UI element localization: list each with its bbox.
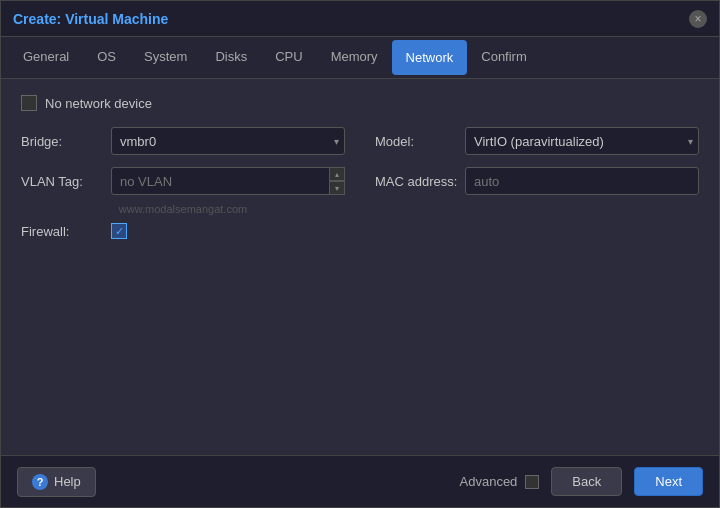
no-network-label: No network device [45, 96, 152, 111]
tab-confirm[interactable]: Confirm [467, 39, 541, 76]
mac-row: MAC address: [375, 167, 699, 195]
vlan-spinner-buttons: ▴ ▾ [329, 167, 345, 195]
vlan-decrement-button[interactable]: ▾ [329, 181, 345, 195]
tab-memory[interactable]: Memory [317, 39, 392, 76]
create-vm-window: Create: Virtual Machine × General OS Sys… [0, 0, 720, 508]
tab-network[interactable]: Network [392, 40, 468, 75]
window-title: Create: Virtual Machine [13, 11, 168, 27]
firewall-checkbox[interactable]: ✓ [111, 223, 127, 239]
advanced-row: Advanced [460, 474, 540, 489]
next-button[interactable]: Next [634, 467, 703, 496]
footer: ? Help Advanced Back Next [1, 455, 719, 507]
tab-system[interactable]: System [130, 39, 201, 76]
watermark: www.modalsemangat.com [21, 203, 345, 215]
bridge-label: Bridge: [21, 134, 111, 149]
bridge-select-wrapper: vmbr0 ▾ [111, 127, 345, 155]
tab-os[interactable]: OS [83, 39, 130, 76]
content-area: No network device Bridge: vmbr0 ▾ [1, 79, 719, 455]
bridge-row: Bridge: vmbr0 ▾ [21, 127, 345, 155]
model-row: Model: VirtIO (paravirtualized) ▾ [375, 127, 699, 155]
no-network-row: No network device [21, 95, 699, 111]
advanced-label: Advanced [460, 474, 518, 489]
help-label: Help [54, 474, 81, 489]
tab-bar: General OS System Disks CPU Memory Netwo… [1, 37, 719, 79]
tab-general[interactable]: General [9, 39, 83, 76]
vlan-row: VLAN Tag: ▴ ▾ [21, 167, 345, 195]
no-network-checkbox[interactable] [21, 95, 37, 111]
left-column: Bridge: vmbr0 ▾ VLAN Tag: ▴ [21, 127, 345, 251]
close-button[interactable]: × [689, 10, 707, 28]
model-select-wrapper: VirtIO (paravirtualized) ▾ [465, 127, 699, 155]
footer-right: Advanced Back Next [460, 467, 703, 496]
model-label: Model: [375, 134, 465, 149]
mac-input[interactable] [465, 167, 699, 195]
vlan-spinner-wrapper: ▴ ▾ [111, 167, 345, 195]
tab-disks[interactable]: Disks [201, 39, 261, 76]
tab-cpu[interactable]: CPU [261, 39, 316, 76]
mac-label: MAC address: [375, 174, 465, 189]
title-bar: Create: Virtual Machine × [1, 1, 719, 37]
bridge-select[interactable]: vmbr0 [111, 127, 345, 155]
form-grid: Bridge: vmbr0 ▾ VLAN Tag: ▴ [21, 127, 699, 251]
vlan-label: VLAN Tag: [21, 174, 111, 189]
back-button[interactable]: Back [551, 467, 622, 496]
right-column: Model: VirtIO (paravirtualized) ▾ MAC ad… [375, 127, 699, 251]
help-button[interactable]: ? Help [17, 467, 96, 497]
model-select[interactable]: VirtIO (paravirtualized) [465, 127, 699, 155]
vlan-increment-button[interactable]: ▴ [329, 167, 345, 181]
help-icon: ? [32, 474, 48, 490]
firewall-label: Firewall: [21, 224, 111, 239]
advanced-checkbox[interactable] [525, 475, 539, 489]
firewall-row: Firewall: ✓ [21, 223, 345, 239]
vlan-input[interactable] [111, 167, 345, 195]
firewall-check-icon: ✓ [115, 225, 124, 238]
